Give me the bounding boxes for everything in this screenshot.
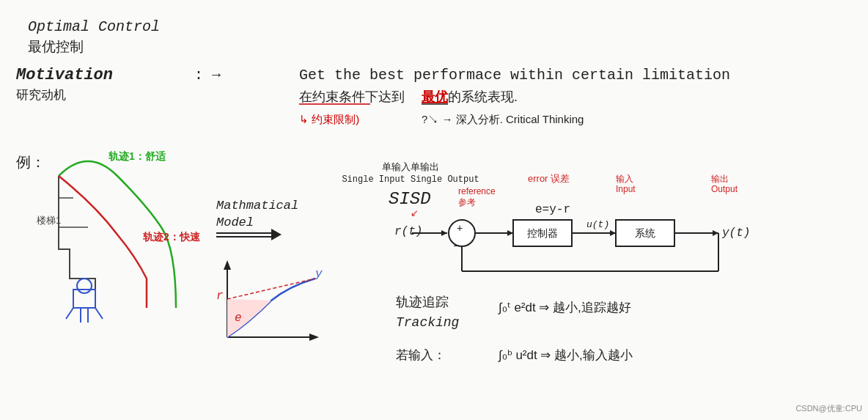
sisd-acronym: SISD [389, 189, 431, 209]
input-opt: 若输入： [396, 348, 446, 362]
tracking-cn: 轨迹追踪 [396, 295, 449, 309]
system-label: 系统 [635, 227, 655, 239]
heading-cn: 最优控制 [28, 39, 84, 54]
r-axis-label: r [216, 290, 224, 303]
example-label: 例： [16, 154, 45, 170]
output-label-en: Output [711, 184, 738, 194]
desc-cn-optimal: 最优 [422, 89, 449, 104]
sisd-en-label: Single Input Single Output [342, 174, 479, 185]
path1-label: 轨迹1：舒适 [108, 150, 166, 162]
sum-arrows: ↙ [411, 207, 419, 218]
error-equation: e=y-r [535, 203, 570, 216]
stairs-label: 楼梯1 [37, 215, 61, 226]
e-label-graph: e [235, 312, 242, 325]
u-label: u(t) [586, 219, 609, 230]
desc-cn2: 的系统表现. [448, 89, 518, 104]
integral1: ∫₀ᵗ e²dt ⇒ 越小,追踪越好 [498, 301, 631, 314]
path2-label: 轨迹2：快速 [142, 231, 201, 243]
sisd-cn-label: 单输入单输出 [382, 161, 439, 172]
motivation-label: Motivation [15, 66, 113, 84]
heading-optimal-control: Optimal Control [28, 18, 160, 35]
content-svg: Optimal Control 最优控制 Motivation : → 研究动机… [0, 0, 868, 420]
controller-label: 控制器 [527, 227, 558, 239]
y-label-graph: y [315, 268, 323, 281]
main-canvas: Optimal Control 最优控制 Motivation : → 研究动机… [0, 0, 868, 420]
desc-cn: 在约束条件下达到 [299, 89, 405, 104]
motivation-cn: 研究动机 [16, 88, 66, 102]
y-output-label: y(t) [721, 226, 750, 240]
input-label: 输入 [616, 174, 633, 184]
reference-label: reference [458, 186, 496, 196]
motivation-arrow: : → [194, 67, 221, 84]
error-label: error 误差 [528, 173, 570, 184]
plus-sign: + [457, 222, 463, 234]
integral2: ∫₀ᵇ u²dt ⇒ 越小,输入越小 [498, 348, 633, 362]
sub-note2: ?↘ → 深入分析. Critical Thinking [422, 113, 584, 125]
watermark: CSDN@优童:CPU [795, 403, 862, 414]
input-label-en: Input [616, 184, 636, 194]
tracking-en: Tracking [396, 315, 460, 330]
minus-sign: − [453, 240, 459, 251]
reference-cn: 参考 [458, 197, 476, 207]
sub-note1: ↳ 约束限制) [299, 113, 359, 125]
math-model-label2: Model [216, 215, 254, 229]
math-model-label: Mathmatical [216, 199, 298, 213]
r-t-label: r(t) [394, 225, 422, 238]
output-label: 输出 [711, 174, 729, 184]
desc-en: Get the best performace within certain l… [299, 67, 730, 84]
